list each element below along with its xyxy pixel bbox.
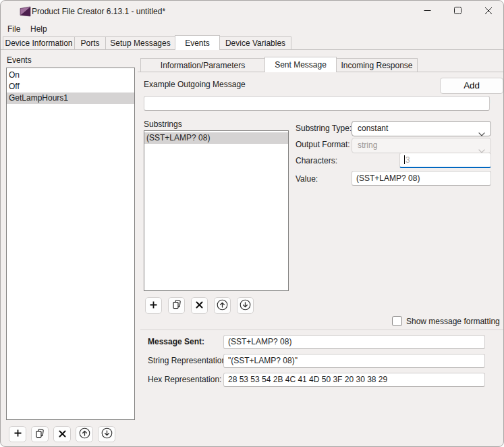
characters-label: Characters: [296,156,337,165]
message-sent-label: Message Sent: [148,337,204,346]
show-message-formatting-option[interactable]: Show message formatting [392,316,500,326]
app-window: Product File Creator 6.13.1 - untitled* … [0,0,504,447]
output-format-value: string [358,140,377,150]
move-event-up-button[interactable] [76,426,93,442]
add-selection-button[interactable]: Add Selection [440,78,503,94]
substrings-toolbar [145,297,254,314]
move-substring-up-button[interactable] [214,297,231,314]
string-representation-label: String Representation: [148,356,228,365]
add-substring-button[interactable] [145,297,162,314]
show-message-formatting-label: Show message formatting [406,317,500,326]
output-format-dropdown: string [352,138,491,153]
output-format-label: Output Format: [296,140,350,149]
substrings-label: Substrings [144,120,182,129]
tab-setup-messages[interactable]: Setup Messages [105,36,175,49]
substring-type-dropdown[interactable]: constant [352,121,491,136]
hex-representation-label: Hex Representation: [148,375,221,384]
list-item[interactable]: Off [7,81,134,93]
events-listbox[interactable]: On Off GetLampHours1 [6,68,135,420]
value-input[interactable]: (SST+LAMP? 08) [352,171,491,186]
move-up-circle-icon [217,299,228,313]
hex-representation-field: 28 53 53 54 2B 4C 41 4D 50 3F 20 30 38 2… [223,373,485,387]
maximize-icon [454,7,461,16]
menu-help[interactable]: Help [25,22,53,36]
tab-device-variables[interactable]: Device Variables [219,36,291,49]
delete-event-button[interactable] [53,426,71,442]
plus-icon [149,300,158,311]
delete-icon [196,300,203,311]
message-sent-field: (SST+LAMP? 08) [223,335,485,349]
example-outgoing-message-input[interactable] [144,96,490,111]
subtab-information-parameters[interactable]: Information/Parameters [140,58,265,72]
delete-substring-button[interactable] [191,297,208,314]
tab-ports[interactable]: Ports [74,36,106,49]
show-message-formatting-checkbox[interactable] [392,316,402,326]
move-down-circle-icon [240,299,251,313]
move-up-circle-icon [79,427,90,441]
example-outgoing-message-label: Example Outgoing Message [144,80,246,89]
list-item-selected[interactable]: GetLampHours1 [7,93,134,104]
plus-icon [13,429,22,440]
section-divider [140,330,503,330]
move-down-circle-icon [101,427,113,441]
menu-file[interactable]: File [2,22,26,36]
tab-device-information[interactable]: Device Information [3,36,75,49]
delete-icon [59,429,66,440]
substring-type-label: Substring Type: [296,124,352,133]
window-title: Product File Creator 6.13.1 - untitled* [32,7,165,16]
subtab-sent-message[interactable]: Sent Message [264,57,337,72]
tab-events[interactable]: Events [175,35,220,50]
string-representation-field: "(SST+LAMP? 08)" [223,354,485,368]
events-toolbar [9,426,115,442]
value-label: Value: [296,174,318,184]
list-item[interactable]: On [7,70,134,81]
list-item-selected[interactable]: (SST+LAMP? 08) [144,132,288,144]
text-caret [404,155,405,164]
subtab-incoming-response[interactable]: Incoming Response [336,58,418,72]
minimize-button[interactable] [412,1,443,22]
substrings-listbox[interactable]: (SST+LAMP? 08) [144,130,289,291]
title-bar: Product File Creator 6.13.1 - untitled* [1,1,503,22]
duplicate-icon [172,300,181,311]
move-substring-down-button[interactable] [237,297,254,314]
minimize-icon [424,7,431,16]
duplicate-event-button[interactable] [31,426,49,442]
app-icon [20,6,31,17]
maximize-button[interactable] [443,1,473,22]
characters-value: 3 [405,155,410,165]
add-event-button[interactable] [9,426,26,442]
close-button[interactable] [473,1,503,22]
duplicate-substring-button[interactable] [168,297,185,314]
duplicate-icon [35,429,45,440]
close-icon [484,7,493,17]
move-event-down-button[interactable] [98,426,115,442]
substring-type-value: constant [358,124,388,133]
events-list-label: Events [7,55,32,65]
characters-input[interactable]: 3 [399,153,491,168]
